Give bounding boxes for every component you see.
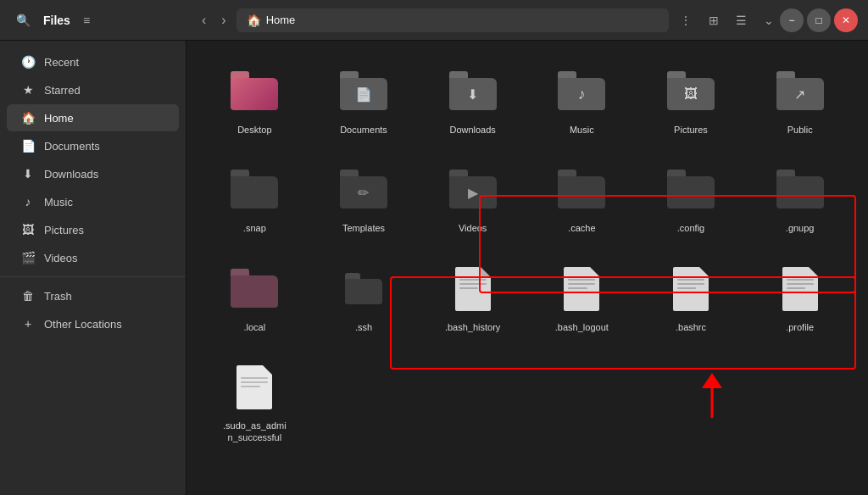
file-label-snap: .snap — [243, 222, 266, 234]
file-icon-public: ↗ — [773, 64, 827, 119]
file-label-desktop: Desktop — [237, 124, 271, 136]
file-icon-profile — [773, 262, 827, 316]
path-bar[interactable]: 🏠 Home — [236, 8, 669, 32]
file-item-downloads[interactable]: ⬇ Downloads — [421, 58, 524, 142]
svg-marker-1 — [702, 373, 722, 388]
file-item-desktop[interactable]: Desktop — [203, 58, 306, 142]
file-item-snap[interactable]: .snap — [203, 156, 306, 241]
file-item-local[interactable]: .local — [203, 255, 306, 340]
sidebar-label-other-locations: Other Locations — [44, 318, 122, 331]
titlebar-center: ‹ › 🏠 Home ⋮ ⊞ ☰ ⌄ — [197, 8, 780, 32]
sidebar-item-starred[interactable]: ★ Starred — [7, 76, 179, 103]
menu-button[interactable]: ≡ — [77, 9, 96, 31]
overflow-menu-button[interactable]: ⋮ — [674, 9, 698, 31]
file-label-ssh: .ssh — [355, 321, 372, 333]
documents-icon: 📄 — [20, 139, 36, 153]
sidebar-item-other-locations[interactable]: + Other Locations — [7, 310, 179, 337]
files-grid: Desktop 📄 Documents ⬇ — [203, 58, 851, 450]
file-label-gnupg: .gnupg — [786, 222, 815, 234]
music-icon: ♪ — [20, 195, 36, 209]
file-label-documents: Documents — [340, 124, 387, 136]
file-item-bash-logout[interactable]: .bash_logout — [531, 255, 633, 340]
sidebar-item-pictures[interactable]: 🖼 Pictures — [7, 216, 179, 243]
file-label-config: .config — [677, 222, 704, 234]
file-icon-music: ♪ — [554, 64, 609, 119]
forward-button[interactable]: › — [216, 9, 231, 31]
file-item-pictures[interactable]: 🖼 Pictures — [640, 58, 743, 142]
file-item-config[interactable]: .config — [640, 156, 743, 241]
file-item-cache[interactable]: .cache — [531, 156, 633, 241]
home-path-icon: 🏠 — [247, 14, 261, 27]
file-label-public: Public — [787, 124, 813, 136]
file-icon-cache — [554, 163, 609, 217]
sidebar-label-downloads: Downloads — [44, 168, 98, 181]
sidebar-label-starred: Starred — [44, 84, 81, 97]
sidebar-label-home: Home — [44, 112, 74, 125]
sidebar-divider — [0, 276, 186, 277]
videos-icon: 🎬 — [20, 251, 36, 264]
sidebar-item-music[interactable]: ♪ Music — [7, 188, 179, 215]
file-icon-videos: ▶ — [446, 163, 500, 217]
file-item-documents[interactable]: 📄 Documents — [313, 58, 415, 142]
sidebar-item-home[interactable]: 🏠 Home — [7, 104, 179, 131]
file-item-bashrc[interactable]: .bashrc — [640, 255, 743, 340]
file-icon-downloads: ⬇ — [446, 64, 500, 119]
file-item-videos[interactable]: ▶ Videos — [421, 156, 524, 241]
file-icon-local — [227, 262, 281, 316]
titlebar-left: 🔍 Files ≡ — [10, 9, 197, 31]
path-text: Home — [266, 14, 296, 26]
recent-icon: 🕐 — [20, 55, 36, 69]
minimize-button[interactable]: − — [780, 8, 804, 32]
maximize-button[interactable]: □ — [807, 8, 831, 32]
file-icon-templates: ✏ — [337, 163, 391, 217]
window-controls: − □ ✕ — [780, 8, 858, 32]
sidebar-item-downloads[interactable]: ⬇ Downloads — [7, 160, 179, 187]
titlebar: 🔍 Files ≡ ‹ › 🏠 Home ⋮ ⊞ ☰ ⌄ − □ ✕ — [0, 0, 868, 41]
other-locations-icon: + — [20, 317, 36, 331]
search-button[interactable]: 🔍 — [10, 9, 36, 31]
file-icon-snap — [227, 163, 281, 217]
view-mode-button[interactable]: ⊞ — [703, 9, 725, 31]
sidebar-item-documents[interactable]: 📄 Documents — [7, 132, 179, 159]
home-icon: 🏠 — [20, 111, 36, 125]
file-icon-pictures: 🖼 — [664, 64, 718, 119]
file-label-pictures: Pictures — [674, 124, 708, 136]
file-icon-bash-history — [446, 262, 500, 316]
file-item-profile[interactable]: .profile — [748, 255, 851, 340]
back-button[interactable]: ‹ — [197, 9, 211, 31]
sort-button[interactable]: ☰ — [730, 9, 753, 31]
file-icon-bash-logout — [554, 262, 609, 316]
file-item-gnupg[interactable]: .gnupg — [748, 156, 851, 241]
file-item-ssh[interactable]: .ssh — [313, 255, 415, 340]
file-label-bash-logout: .bash_logout — [555, 321, 609, 333]
file-label-videos: Videos — [459, 222, 487, 234]
file-icon-sudo — [227, 360, 281, 414]
file-item-public[interactable]: ↗ Public — [748, 58, 851, 142]
trash-icon: 🗑 — [20, 289, 36, 303]
file-icon-config — [664, 163, 718, 217]
file-icon-bashrc — [664, 262, 718, 316]
file-label-sudo: .sudo_as_admi n_successful — [216, 420, 292, 444]
file-item-templates[interactable]: ✏ Templates — [313, 156, 415, 241]
file-icon-ssh — [337, 262, 391, 316]
file-label-profile: .profile — [786, 321, 814, 333]
toggle-button[interactable]: ⌄ — [758, 9, 780, 31]
file-item-music[interactable]: ♪ Music — [531, 58, 633, 142]
file-label-bash-history: .bash_history — [445, 321, 500, 333]
sidebar-label-music: Music — [44, 196, 73, 209]
sidebar-item-trash[interactable]: 🗑 Trash — [7, 282, 179, 309]
sidebar: 🕐 Recent ★ Starred 🏠 Home 📄 Documents ⬇ … — [0, 41, 186, 495]
sidebar-label-trash: Trash — [44, 290, 72, 303]
pictures-icon: 🖼 — [20, 223, 36, 236]
sidebar-item-videos[interactable]: 🎬 Videos — [7, 244, 179, 271]
file-item-sudo[interactable]: .sudo_as_admi n_successful — [203, 353, 306, 451]
file-icon-desktop — [227, 64, 281, 119]
file-label-templates: Templates — [342, 222, 385, 234]
starred-icon: ★ — [20, 83, 36, 97]
file-item-bash-history[interactable]: .bash_history — [421, 255, 524, 340]
file-label-music: Music — [570, 124, 594, 136]
sidebar-label-documents: Documents — [44, 140, 100, 153]
sidebar-item-recent[interactable]: 🕐 Recent — [7, 48, 179, 75]
sidebar-label-videos: Videos — [44, 252, 78, 264]
close-button[interactable]: ✕ — [834, 8, 858, 32]
